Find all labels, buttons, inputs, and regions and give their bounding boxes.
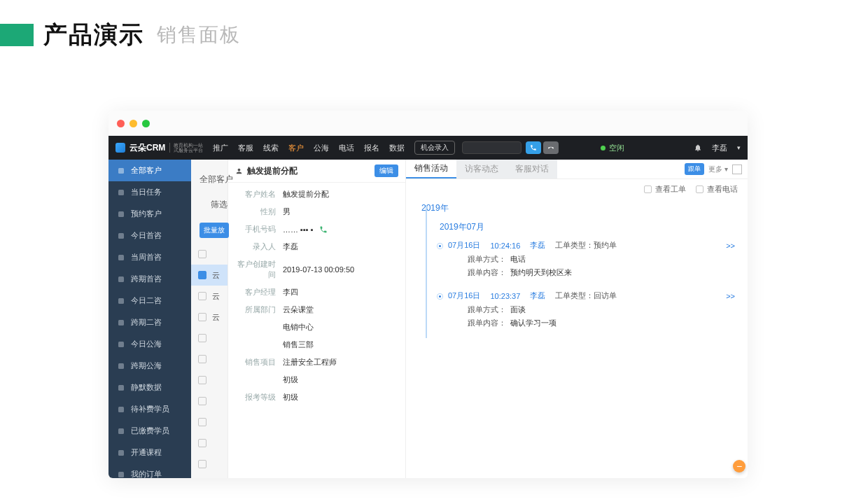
row-checkbox[interactable]	[198, 439, 206, 447]
dept-value-1: 云朵课堂	[283, 304, 398, 315]
tl-type: 工单类型：回访单	[555, 290, 617, 301]
svg-rect-12	[118, 428, 124, 434]
row-checkbox[interactable]	[198, 250, 206, 258]
list-row[interactable]: 云	[191, 286, 227, 307]
sidebar-item-7[interactable]: 跨期二咨	[108, 312, 191, 333]
list-row[interactable]	[191, 244, 227, 265]
row-checkbox[interactable]	[198, 460, 206, 468]
list-row[interactable]: 云	[191, 265, 227, 286]
sidebar-item-1[interactable]: 当日任务	[108, 181, 191, 203]
sidebar-item-label: 待补费学员	[131, 404, 169, 414]
svg-rect-0	[118, 168, 124, 174]
activity-tab-1[interactable]: 访客动态	[456, 160, 507, 178]
nav-items: 推广客服线索客户公海电话报名数据	[213, 143, 405, 153]
list-row[interactable]	[191, 370, 227, 391]
list-row[interactable]	[191, 391, 227, 412]
chat-icon	[117, 297, 125, 305]
globe-icon	[117, 340, 125, 349]
list-row[interactable]	[191, 328, 227, 349]
sidebar-item-14[interactable]: 我的订单	[108, 463, 191, 478]
status-dot-icon	[601, 146, 606, 150]
accent-block	[0, 24, 34, 46]
brand-name: 云朵CRM	[130, 142, 165, 154]
nav-item-7[interactable]: 数据	[389, 143, 405, 153]
timeline: 2019年 2019年07月 07月16日10:24:16李磊工单类型：预约单>…	[406, 200, 748, 345]
opportunity-button[interactable]: 机会录入	[414, 141, 455, 155]
sidebar-item-0[interactable]: 全部客户	[108, 160, 191, 181]
search-input[interactable]	[462, 141, 522, 154]
user-dropdown-icon[interactable]: ▾	[737, 144, 741, 151]
fab-button[interactable]: −	[733, 460, 746, 472]
dept-label: 所属部门	[235, 304, 283, 315]
nav-item-3[interactable]: 客户	[288, 143, 304, 153]
list-row[interactable]	[191, 349, 227, 370]
sidebar-item-8[interactable]: 今日公海	[108, 333, 191, 355]
row-checkbox[interactable]	[198, 313, 206, 321]
expand-button[interactable]: >>	[726, 292, 738, 300]
agent-status[interactable]: 空闲	[601, 143, 624, 153]
sidebar-item-13[interactable]: 开通课程	[108, 442, 191, 463]
maximize-dot[interactable]	[142, 120, 150, 127]
nav-item-0[interactable]: 推广	[213, 143, 228, 153]
svg-rect-3	[118, 233, 124, 239]
row-checkbox[interactable]	[198, 292, 206, 300]
app-window: 云朵CRM 教育机构一站 式服务云平台 推广客服线索客户公海电话报名数据 机会录…	[108, 111, 748, 478]
logo[interactable]: 云朵CRM 教育机构一站 式服务云平台	[115, 142, 203, 154]
layout-toggle-icon[interactable]	[732, 164, 742, 174]
close-dot[interactable]	[117, 120, 125, 127]
sidebar-item-6[interactable]: 今日二咨	[108, 290, 191, 312]
svg-rect-7	[118, 320, 124, 326]
view-calls-checkbox[interactable]: 查看电话	[696, 184, 738, 195]
edit-button[interactable]: 编辑	[374, 164, 398, 177]
project-label: 销售项目	[235, 357, 283, 368]
bell-icon[interactable]	[694, 144, 702, 152]
list-row[interactable]	[191, 433, 227, 454]
sidebar-item-9[interactable]: 跨期公海	[108, 355, 191, 377]
hangup-button[interactable]	[543, 141, 559, 154]
minimize-dot[interactable]	[130, 120, 137, 127]
sidebar-item-2[interactable]: 预约客户	[108, 203, 191, 225]
call-button[interactable]	[526, 141, 541, 154]
checkbox-icon	[696, 186, 704, 193]
sidebar-item-11[interactable]: 待补费学员	[108, 398, 191, 420]
list-row[interactable]	[191, 454, 227, 475]
nav-item-6[interactable]: 报名	[364, 143, 379, 153]
row-checkbox[interactable]	[198, 334, 206, 342]
filter-label[interactable]: 筛选	[211, 199, 227, 211]
tl-detail-row: 跟单内容：预约明天到校区来	[468, 266, 738, 279]
sidebar-item-12[interactable]: 已缴费学员	[108, 420, 191, 442]
svg-rect-1	[118, 190, 124, 195]
name-label: 客户姓名	[235, 189, 283, 200]
list-row[interactable]	[191, 412, 227, 433]
activity-tab-0[interactable]: 销售活动	[406, 160, 456, 178]
row-checkbox[interactable]	[198, 418, 206, 426]
nav-item-4[interactable]: 公海	[314, 143, 329, 153]
list-row[interactable]: 云	[191, 307, 227, 328]
more-dropdown[interactable]: 更多 ▾	[708, 164, 728, 174]
row-checkbox[interactable]	[198, 397, 206, 405]
view-orders-checkbox[interactable]: 查看工单	[644, 184, 686, 195]
topnav-right: 李磊 ▾	[694, 143, 741, 153]
row-checkbox[interactable]	[198, 376, 206, 384]
nav-item-2[interactable]: 线索	[263, 143, 279, 153]
detail-header: 触发提前分配 编辑	[228, 160, 405, 183]
sidebar-item-4[interactable]: 当周首咨	[108, 246, 191, 268]
list-row[interactable]	[191, 475, 227, 478]
followup-tag[interactable]: 跟单	[685, 163, 704, 175]
top-navbar: 云朵CRM 教育机构一站 式服务云平台 推广客服线索客户公海电话报名数据 机会录…	[108, 136, 748, 160]
activity-tab-2[interactable]: 客服对话	[507, 160, 557, 178]
user-name[interactable]: 李磊	[712, 143, 727, 153]
sidebar-item-5[interactable]: 跨期首咨	[108, 268, 191, 290]
nav-item-1[interactable]: 客服	[238, 143, 253, 153]
dial-icon[interactable]	[319, 225, 328, 234]
row-checkbox[interactable]	[198, 271, 206, 279]
sidebar-item-10[interactable]: 静默数据	[108, 377, 191, 398]
batch-release-button[interactable]: 批量放	[200, 223, 229, 238]
sidebar-item-3[interactable]: 今日首咨	[108, 225, 191, 246]
row-checkbox[interactable]	[198, 355, 206, 363]
activity-panel: 销售活动访客动态客服对话 跟单 更多 ▾ 查看工单 查看电话	[406, 160, 748, 478]
nav-item-5[interactable]: 电话	[339, 143, 354, 153]
expand-button[interactable]: >>	[726, 241, 738, 250]
sidebar: 全部客户当日任务预约客户今日首咨当周首咨跨期首咨今日二咨跨期二咨今日公海跨期公海…	[108, 160, 191, 478]
sidebar-item-label: 当日任务	[131, 187, 162, 197]
